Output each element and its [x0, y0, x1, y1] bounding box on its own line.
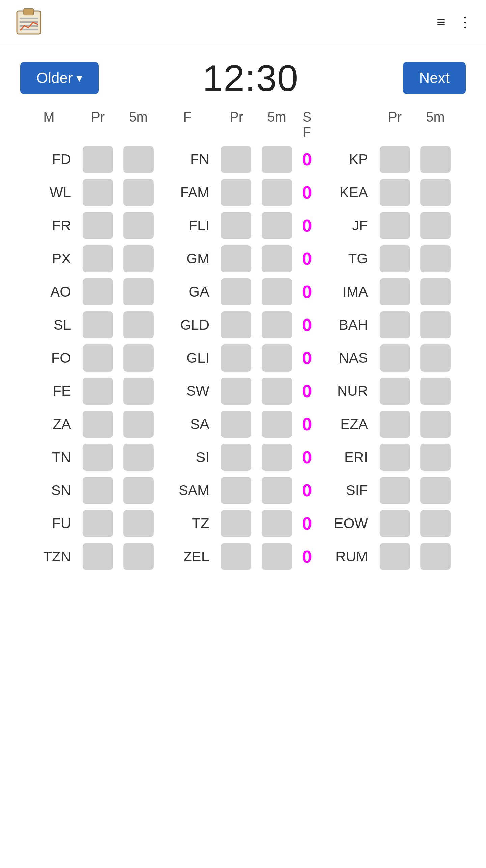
cell-col3-5m[interactable]	[420, 378, 451, 405]
cell-col2-5m[interactable]	[262, 311, 292, 338]
cell-col3-5m[interactable]	[420, 411, 451, 438]
cell-col1-5m[interactable]	[123, 344, 154, 372]
cell-col3-5m[interactable]	[420, 344, 451, 372]
table-row: FRFLI0JF	[20, 212, 466, 239]
cell-col3-pr[interactable]	[380, 543, 410, 570]
cell-col2-5m[interactable]	[262, 278, 292, 305]
next-button[interactable]: Next	[403, 62, 466, 94]
score-zero: 0	[297, 381, 317, 401]
cell-col2-pr[interactable]	[221, 179, 251, 206]
cell-col2-pr[interactable]	[221, 146, 251, 173]
row-label-col1: AO	[20, 284, 78, 300]
cell-col3-pr[interactable]	[380, 411, 410, 438]
table-row: SLGLD0BAH	[20, 311, 466, 338]
cell-col2-5m[interactable]	[262, 378, 292, 405]
cell-col2-5m[interactable]	[262, 477, 292, 504]
cell-col1-5m[interactable]	[123, 510, 154, 537]
cell-col1-pr[interactable]	[83, 411, 113, 438]
cell-col2-pr[interactable]	[221, 344, 251, 372]
col-hdr-S: S F	[297, 106, 317, 143]
cell-col1-5m[interactable]	[123, 311, 154, 338]
cell-col3-pr[interactable]	[380, 212, 410, 239]
cell-col1-5m[interactable]	[123, 278, 154, 305]
cell-col3-5m[interactable]	[420, 444, 451, 471]
filter-icon[interactable]: ≡	[437, 15, 446, 29]
cell-col1-5m[interactable]	[123, 477, 154, 504]
cell-col3-5m[interactable]	[420, 245, 451, 272]
cell-col1-pr[interactable]	[83, 344, 113, 372]
cell-col2-5m[interactable]	[262, 179, 292, 206]
cell-col1-pr[interactable]	[83, 278, 113, 305]
row-label-col1: ZA	[20, 416, 78, 432]
cell-col2-pr[interactable]	[221, 543, 251, 570]
app-logo	[14, 6, 44, 38]
cell-col1-5m[interactable]	[123, 179, 154, 206]
cell-col3-5m[interactable]	[420, 146, 451, 173]
cell-col2-pr[interactable]	[221, 378, 251, 405]
cell-col1-5m[interactable]	[123, 212, 154, 239]
row-label-col2: SA	[159, 416, 216, 432]
cell-col3-pr[interactable]	[380, 344, 410, 372]
cell-col3-pr[interactable]	[380, 510, 410, 537]
cell-col1-pr[interactable]	[83, 311, 113, 338]
cell-col3-5m[interactable]	[420, 212, 451, 239]
row-label-col1: SN	[20, 482, 78, 499]
table-row: FUTZ0EOW	[20, 510, 466, 537]
cell-col3-5m[interactable]	[420, 278, 451, 305]
cell-col2-5m[interactable]	[262, 146, 292, 173]
older-button[interactable]: Older ▾	[20, 62, 99, 94]
cell-col2-pr[interactable]	[221, 411, 251, 438]
chevron-down-icon: ▾	[76, 71, 82, 85]
cell-col2-pr[interactable]	[221, 212, 251, 239]
cell-col2-5m[interactable]	[262, 543, 292, 570]
cell-col1-5m[interactable]	[123, 146, 154, 173]
cell-col1-pr[interactable]	[83, 477, 113, 504]
cell-col1-pr[interactable]	[83, 179, 113, 206]
cell-col1-5m[interactable]	[123, 444, 154, 471]
cell-col2-5m[interactable]	[262, 411, 292, 438]
cell-col3-pr[interactable]	[380, 444, 410, 471]
cell-col3-pr[interactable]	[380, 179, 410, 206]
cell-col2-pr[interactable]	[221, 311, 251, 338]
cell-col3-5m[interactable]	[420, 179, 451, 206]
cell-col1-pr[interactable]	[83, 146, 113, 173]
score-zero: 0	[297, 249, 317, 269]
cell-col1-5m[interactable]	[123, 543, 154, 570]
nav-row: Older ▾ 12:30 Next	[0, 44, 486, 106]
row-label-col3: RUM	[317, 548, 375, 565]
row-label-col3: KEA	[317, 184, 375, 201]
cell-col1-5m[interactable]	[123, 378, 154, 405]
cell-col2-pr[interactable]	[221, 444, 251, 471]
cell-col1-pr[interactable]	[83, 245, 113, 272]
cell-col1-pr[interactable]	[83, 444, 113, 471]
col-hdr-F: F	[159, 106, 216, 143]
cell-col2-pr[interactable]	[221, 510, 251, 537]
cell-col3-5m[interactable]	[420, 477, 451, 504]
cell-col2-5m[interactable]	[262, 212, 292, 239]
cell-col2-5m[interactable]	[262, 510, 292, 537]
cell-col2-pr[interactable]	[221, 245, 251, 272]
cell-col2-5m[interactable]	[262, 344, 292, 372]
cell-col1-pr[interactable]	[83, 378, 113, 405]
cell-col2-5m[interactable]	[262, 444, 292, 471]
row-label-col1: PX	[20, 251, 78, 267]
cell-col1-5m[interactable]	[123, 245, 154, 272]
row-label-col3: NAS	[317, 350, 375, 366]
cell-col1-pr[interactable]	[83, 510, 113, 537]
cell-col2-pr[interactable]	[221, 477, 251, 504]
cell-col1-5m[interactable]	[123, 411, 154, 438]
cell-col2-pr[interactable]	[221, 278, 251, 305]
more-icon[interactable]: ⋮	[458, 15, 473, 29]
cell-col3-pr[interactable]	[380, 477, 410, 504]
cell-col1-pr[interactable]	[83, 212, 113, 239]
cell-col2-5m[interactable]	[262, 245, 292, 272]
cell-col3-5m[interactable]	[420, 510, 451, 537]
cell-col3-pr[interactable]	[380, 278, 410, 305]
cell-col3-5m[interactable]	[420, 311, 451, 338]
cell-col3-pr[interactable]	[380, 378, 410, 405]
cell-col3-pr[interactable]	[380, 146, 410, 173]
cell-col1-pr[interactable]	[83, 543, 113, 570]
cell-col3-pr[interactable]	[380, 245, 410, 272]
cell-col3-pr[interactable]	[380, 311, 410, 338]
cell-col3-5m[interactable]	[420, 543, 451, 570]
